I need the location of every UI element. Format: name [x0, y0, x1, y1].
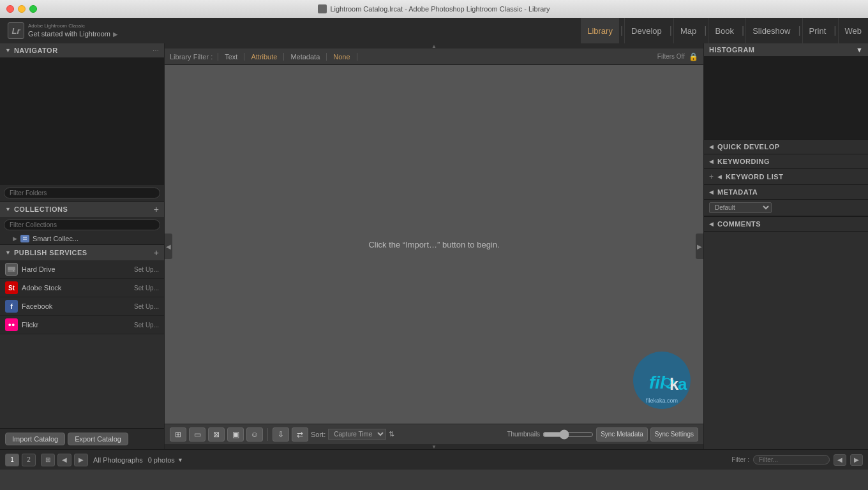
- publish-services-title: Publish Services: [14, 249, 87, 256]
- status-grid-button[interactable]: ⊞: [41, 454, 55, 466]
- maximize-button[interactable]: [29, 5, 37, 13]
- comments-title: Comments: [717, 220, 761, 228]
- minimize-button[interactable]: [18, 5, 26, 13]
- arrow-icon[interactable]: ▶: [113, 30, 118, 38]
- toolbar-sep1: [267, 428, 268, 441]
- page-nav-buttons: 1 2: [5, 454, 36, 466]
- histogram-display: [704, 56, 868, 139]
- sync-settings-button[interactable]: Sync Settings: [650, 427, 698, 442]
- collapse-left-panel-button[interactable]: ◀: [165, 234, 172, 259]
- status-expand-button[interactable]: ◀: [834, 454, 846, 466]
- close-button[interactable]: [6, 5, 14, 13]
- adobe-stock-setup-button[interactable]: Set Up...: [134, 285, 159, 292]
- thumbnails-area: Thumbnails: [507, 429, 594, 440]
- loupe-view-button[interactable]: ▭: [189, 427, 206, 442]
- module-web[interactable]: Web: [838, 18, 869, 43]
- histogram-header[interactable]: Histogram ▼: [704, 43, 868, 56]
- histogram-collapse[interactable]: ▼: [856, 46, 863, 54]
- comments-panel[interactable]: ◀ Comments: [704, 217, 868, 232]
- navigator-section: ▼ Navigator ⋯: [0, 43, 164, 202]
- keyword-list-plus[interactable]: +: [709, 172, 714, 181]
- collapse-right-panel-button[interactable]: ▶: [696, 234, 703, 259]
- people-view-button[interactable]: ☺: [246, 427, 263, 442]
- harddrive-icon: [5, 263, 18, 276]
- flickr-name: Flickr: [22, 321, 130, 329]
- page1-button[interactable]: 1: [5, 454, 19, 466]
- filter-none[interactable]: None: [327, 53, 357, 61]
- status-filter-input[interactable]: [753, 455, 830, 464]
- survey-view-button[interactable]: ▣: [227, 427, 244, 442]
- module-library[interactable]: Library: [581, 18, 619, 43]
- publish-item-flickr: ●● Flickr Set Up...: [0, 316, 164, 334]
- navigator-title: Navigator: [14, 47, 58, 54]
- publish-add-button[interactable]: +: [154, 248, 159, 258]
- flickr-setup-button[interactable]: Set Up...: [134, 322, 159, 329]
- collections-add-button[interactable]: +: [154, 204, 159, 214]
- histogram-section: Histogram ▼: [704, 43, 868, 140]
- center-panel: ▲ Library Filter : Text Attribute Metada…: [165, 43, 703, 449]
- quick-develop-title: Quick Develop: [717, 143, 780, 151]
- svg-point-10: [663, 378, 671, 386]
- empty-message: Click the “Import…” button to begin.: [368, 240, 499, 249]
- thumbnails-slider[interactable]: [542, 429, 594, 440]
- smart-collection-item[interactable]: ▶ Smart Collec...: [0, 233, 164, 244]
- sort-direction-icon[interactable]: ⇅: [389, 430, 394, 438]
- harddrive-setup-button[interactable]: Set Up...: [134, 266, 159, 273]
- status-right: Filter : ◀ ▶: [731, 454, 863, 466]
- breadcrumb: All Photographs: [93, 456, 143, 464]
- scroll-down-arrow: ▼: [431, 444, 437, 450]
- app-logo: Lr Adobe Lightroom Classic Get started w…: [8, 22, 135, 39]
- smart-collection-name: Smart Collec...: [33, 235, 79, 242]
- photos-count[interactable]: 0 photos ▼: [148, 456, 183, 464]
- module-print[interactable]: Print: [802, 18, 833, 43]
- sync-button[interactable]: ⇄: [292, 427, 308, 442]
- svg-point-6: [633, 352, 691, 409]
- collection-filter-input[interactable]: [4, 219, 160, 230]
- app-icon: [318, 4, 327, 13]
- metadata-header[interactable]: ◀ Metadata: [704, 185, 868, 200]
- import-button[interactable]: ⇩: [273, 427, 289, 442]
- filter-metadata[interactable]: Metadata: [284, 53, 327, 61]
- keyword-list-panel[interactable]: + ◀ Keyword List: [704, 169, 868, 185]
- navigator-header[interactable]: ▼ Navigator ⋯: [0, 43, 164, 57]
- collections-header[interactable]: ▼ Collections +: [0, 202, 164, 217]
- right-panel: Histogram ▼ ◀ Quick Develop ◀ Keywording: [703, 43, 868, 449]
- quick-develop-panel[interactable]: ◀ Quick Develop: [704, 140, 868, 154]
- folder-filter-input[interactable]: [4, 188, 160, 198]
- publish-item-harddrive: Hard Drive Set Up...: [0, 260, 164, 279]
- grid-view-button[interactable]: ⊞: [170, 427, 186, 442]
- main-area: ▼ Navigator ⋯ ▼ Collections +: [0, 43, 868, 449]
- lr-mark: Lr: [8, 22, 24, 39]
- export-catalog-button[interactable]: Export Catalog: [68, 433, 128, 445]
- filter-lock-icon[interactable]: 🔒: [689, 52, 698, 61]
- back-button[interactable]: ◀: [57, 454, 71, 466]
- facebook-setup-button[interactable]: Set Up...: [134, 303, 159, 310]
- smart-collection-icon: [20, 235, 29, 242]
- svg-rect-0: [22, 236, 28, 241]
- folder-filter-area: [0, 185, 164, 201]
- filter-attribute[interactable]: Attribute: [244, 53, 284, 61]
- status-collapse-button[interactable]: ▶: [850, 454, 863, 466]
- forward-button[interactable]: ▶: [74, 454, 88, 466]
- import-catalog-button[interactable]: Import Catalog: [5, 433, 65, 445]
- compare-view-button[interactable]: ⊠: [208, 427, 225, 442]
- metadata-preset-select[interactable]: Default All Quick Describe EXIF and IPTC: [709, 202, 772, 213]
- sync-metadata-button[interactable]: Sync Metadata: [596, 427, 648, 442]
- module-slideshow[interactable]: Slideshow: [745, 18, 797, 43]
- filter-text[interactable]: Text: [218, 53, 244, 61]
- module-book[interactable]: Book: [708, 18, 740, 43]
- tagline: Get started with Lightroom: [28, 29, 110, 38]
- sync-buttons: Sync Metadata Sync Settings: [596, 427, 698, 442]
- svg-text:k: k: [670, 375, 679, 394]
- metadata-toggle: ◀: [709, 189, 714, 195]
- keywording-panel[interactable]: ◀ Keywording: [704, 154, 868, 169]
- status-filter-label: Filter :: [731, 456, 749, 463]
- page2-button[interactable]: 2: [22, 454, 36, 466]
- svg-rect-4: [8, 270, 15, 272]
- module-map[interactable]: Map: [673, 18, 703, 43]
- sort-select[interactable]: Capture Time Added Order Edit Time Ratin…: [328, 429, 386, 440]
- module-nav: Library | Develop | Map | Book | Slidesh…: [581, 18, 868, 43]
- collections-title: Collections: [14, 205, 68, 213]
- publish-services-header[interactable]: ▼ Publish Services +: [0, 245, 164, 260]
- module-develop[interactable]: Develop: [624, 18, 668, 43]
